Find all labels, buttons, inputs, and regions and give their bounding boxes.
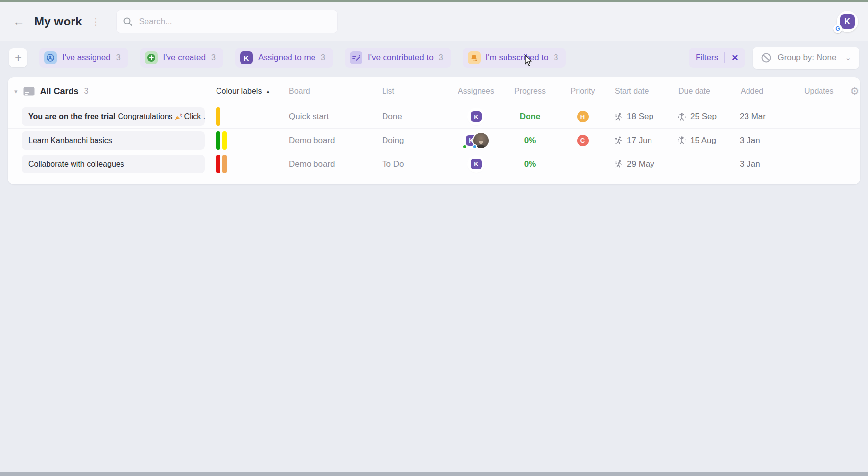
board-cell: Quick start (285, 112, 378, 121)
chip-label: Assigned to me (258, 53, 315, 63)
colour-label-bar (222, 131, 227, 150)
start-date-cell: 29 May (611, 159, 675, 169)
chip-label: I've contributed to (368, 53, 434, 63)
search-icon (123, 17, 133, 26)
chip-assigned-to-me[interactable]: K Assigned to me 3 (235, 48, 333, 68)
chip-ive-created[interactable]: I've created 3 (140, 48, 223, 68)
search-input[interactable] (139, 17, 315, 26)
progress-cell: Done (506, 112, 555, 121)
chip-im-subscribed-to[interactable]: I'm subscribed to 3 (463, 48, 566, 68)
back-button[interactable]: ← (10, 13, 27, 30)
assignees-cell: K (447, 133, 506, 148)
start-date-value: 29 May (627, 159, 654, 169)
list-cell: Done (378, 112, 447, 121)
column-header-priority[interactable]: Priority (555, 87, 611, 95)
card-title[interactable]: Learn Kanbanchi basics (22, 131, 205, 150)
due-date-finish-icon (677, 136, 686, 145)
added-cell: 23 Mar (737, 112, 800, 121)
chip-label: I've assigned (62, 53, 111, 63)
table-row[interactable]: Collaborate with colleagues Demo board T… (8, 152, 860, 175)
filters-button[interactable]: Filters ✕ (689, 48, 746, 68)
chip-label: I'm subscribed to (486, 53, 549, 63)
table-row[interactable]: You are on the free trial Congratulation… (8, 105, 860, 128)
filter-bar-right: Filters ✕ Group by: None ⌄ (689, 47, 859, 69)
priority-cell: H (555, 111, 611, 122)
list-cell: Doing (378, 136, 447, 145)
chip-count: 3 (321, 53, 325, 62)
column-header-updates[interactable]: Updates (800, 87, 849, 95)
list-cell: To Do (378, 159, 447, 169)
start-date-cell: 18 Sep (611, 112, 675, 121)
search-box[interactable] (116, 10, 338, 33)
top-bar: ← My work ⋮ K G (0, 2, 868, 41)
card-title-text: Learn Kanbanchi basics (28, 136, 112, 145)
column-header-board[interactable]: Board (285, 87, 378, 95)
colour-label-bar (216, 107, 220, 126)
due-date-cell: 15 Aug (675, 136, 737, 145)
group-title: All Cards (40, 86, 79, 96)
colour-labels (211, 155, 285, 173)
add-filter-button[interactable]: + (9, 48, 27, 67)
collapse-group-icon[interactable]: ▾ (14, 88, 18, 95)
card-title-text: Congratulations (118, 112, 173, 121)
card-title-text: Click ... (184, 112, 205, 121)
card-title-text: Collaborate with colleagues (28, 160, 124, 168)
table-settings-gear-icon[interactable]: ⚙ (850, 85, 860, 97)
presence-dot-blue (472, 144, 477, 149)
group-by-dropdown[interactable]: Group by: None ⌄ (753, 47, 859, 69)
priority-critical-badge: C (577, 135, 589, 146)
bell-icon (468, 51, 481, 64)
more-menu-icon[interactable]: ⋮ (87, 14, 105, 29)
assignee-avatar[interactable]: K (468, 109, 484, 124)
start-date-runner-icon (614, 136, 623, 145)
board-cell: Demo board (285, 159, 378, 169)
progress-cell: 0% (506, 136, 555, 145)
colour-label-bar (222, 155, 227, 173)
due-date-value: 15 Aug (690, 136, 716, 145)
added-cell: 3 Jan (737, 159, 800, 169)
priority-cell: C (555, 135, 611, 146)
column-header-added[interactable]: Added (737, 87, 800, 95)
column-header-colour-labels[interactable]: Colour labels ▲ (211, 87, 285, 95)
colour-label-bar (216, 131, 220, 150)
added-value: 23 Mar (740, 112, 766, 121)
user-avatar[interactable]: K G (837, 11, 858, 32)
added-value: 3 Jan (740, 136, 760, 145)
start-date-value: 17 Jun (627, 136, 652, 145)
assignee-avatar[interactable]: K (468, 156, 484, 172)
assignees-cell: K (447, 109, 506, 124)
colour-labels (211, 107, 285, 126)
column-header-due-date[interactable]: Due date (675, 87, 737, 95)
chip-ive-contributed-to[interactable]: I've contributed to 3 (345, 48, 451, 68)
clear-filters-icon[interactable]: ✕ (731, 53, 738, 63)
due-date-value: 25 Sep (690, 112, 717, 121)
filters-label: Filters (696, 53, 718, 63)
column-header-list[interactable]: List (378, 87, 447, 95)
card-title[interactable]: Collaborate with colleagues (22, 155, 205, 173)
priority-high-badge: H (577, 111, 589, 122)
column-header-assignees[interactable]: Assignees (447, 87, 506, 95)
avatar-initial: K (840, 14, 855, 29)
chip-count: 3 (439, 53, 443, 62)
presence-dot-green (462, 144, 467, 149)
k-avatar-icon: K (240, 51, 253, 64)
card-title[interactable]: You are on the free trial Congratulation… (22, 107, 205, 126)
column-header-start-date[interactable]: Start date (611, 87, 675, 95)
pencil-icon (350, 51, 362, 64)
chip-ive-assigned[interactable]: I've assigned 3 (39, 48, 128, 68)
cards-table: ▾ All Cards 3 Colour labels ▲ Board List… (8, 77, 860, 184)
table-header-row: ▾ All Cards 3 Colour labels ▲ Board List… (8, 77, 860, 105)
no-grouping-icon (761, 52, 772, 63)
colour-labels (211, 131, 285, 150)
google-badge-icon: G (833, 24, 842, 33)
column-header-progress[interactable]: Progress (506, 87, 555, 95)
card-icon (23, 87, 35, 96)
assignee-avatar[interactable] (473, 133, 489, 148)
added-cell: 3 Jan (737, 136, 800, 145)
table-row[interactable]: Learn Kanbanchi basics Demo board Doing … (8, 128, 860, 152)
filter-bar: + I've assigned 3 I've created 3 K Assig… (9, 47, 859, 69)
assignees-cell: K (447, 156, 506, 172)
person-circle-icon (44, 51, 57, 64)
chip-count: 3 (116, 53, 121, 62)
page-title: My work (34, 15, 82, 28)
